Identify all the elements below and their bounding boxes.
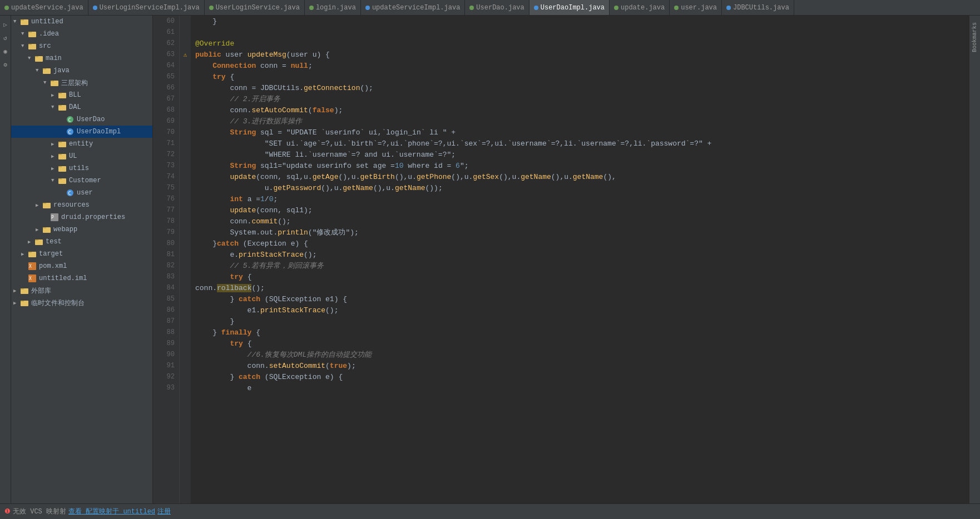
- line-number-75: 75: [153, 182, 179, 193]
- sidebar-icon-1[interactable]: ▷: [1, 20, 10, 29]
- tab-user-java[interactable]: user.java: [670, 0, 722, 16]
- line-number-63: 63: [153, 49, 179, 60]
- sidebar-icon-4[interactable]: ⚙: [1, 60, 10, 69]
- tree-arrow: ▼: [51, 178, 58, 183]
- tree-item-外部库[interactable]: ▶外部库: [11, 285, 152, 297]
- register-text[interactable]: 注册: [157, 507, 171, 516]
- tree-item-BLL[interactable]: ▶BLL: [11, 89, 152, 101]
- code-lines: }@Overridepublic user updeteMsg(user u) …: [191, 16, 969, 503]
- code-text: try {: [195, 273, 251, 281]
- line-number-65: 65: [153, 71, 179, 82]
- tab-update-java[interactable]: update.java: [610, 0, 670, 16]
- function-call: getConnection: [304, 84, 360, 92]
- tab-login-java[interactable]: login.java: [305, 0, 361, 16]
- tab-UserLoginServiceImpl-java[interactable]: UserLoginServiceImpl.java: [88, 0, 205, 16]
- function-call: getAge: [313, 173, 339, 181]
- tree-item-UL[interactable]: ▶UL: [11, 150, 152, 162]
- tree-item-pom.xml[interactable]: Xpom.xml: [11, 260, 152, 272]
- code-row-87: }: [191, 316, 969, 327]
- keyword: int: [230, 195, 242, 203]
- line-number-60: 60: [153, 16, 179, 27]
- tree-item-三层架构[interactable]: ▼三层架构: [11, 77, 152, 89]
- tree-item-UserDao[interactable]: CUserDao: [11, 113, 152, 126]
- line-number-77: 77: [153, 204, 179, 216]
- gutter-row-70: [180, 127, 191, 138]
- tree-item-src[interactable]: ▼src: [11, 40, 152, 52]
- code-text: u.getPassword(),u.getName(),u.getName())…: [195, 184, 443, 192]
- tree-label: webapp: [53, 226, 77, 233]
- code-row-76: int a =1/0;: [191, 193, 969, 204]
- tree-label: utils: [69, 164, 89, 172]
- tree-label: UL: [69, 152, 77, 160]
- warning-icon: ⚠: [184, 51, 187, 58]
- tab-label: UserDaoImpl.java: [541, 4, 605, 12]
- tab-UserLoginService-java[interactable]: UserLoginService.java: [205, 0, 305, 16]
- tree-item-main[interactable]: ▼main: [11, 52, 152, 64]
- tree-item-test[interactable]: ▶test: [11, 236, 152, 248]
- tab-label: UserLoginService.java: [216, 4, 300, 12]
- notification-link[interactable]: 查看 配置映射于 untitled: [68, 507, 155, 516]
- tree-item-resources[interactable]: ▶resources: [11, 199, 152, 211]
- tree-icon-xml: X: [28, 262, 37, 271]
- svg-rect-35: [43, 227, 46, 228]
- code-text: try {: [195, 340, 251, 348]
- function-call: getName: [343, 184, 373, 192]
- tab-updateServiceImpl-java[interactable]: updateServiceImpl.java: [361, 0, 465, 16]
- tree-item-utils[interactable]: ▶utils: [11, 162, 152, 174]
- number: 10: [395, 162, 404, 170]
- code-row-71: "SET ui.`age`=?,ui.`birth`=?,ui.`phone`=…: [191, 138, 969, 149]
- tab-UserDao-java[interactable]: UserDao.java: [465, 0, 529, 16]
- tree-label: resources: [53, 201, 90, 209]
- line-number-88: 88: [153, 327, 179, 338]
- tree-arrow: ▶: [51, 141, 58, 147]
- tree-icon-folder: [42, 225, 51, 234]
- tree-item-target[interactable]: ▶target: [11, 248, 152, 260]
- tree-item-untitled[interactable]: ▼untitled: [11, 16, 152, 28]
- tree-item-untitled.iml[interactable]: Xuntitled.iml: [11, 272, 152, 285]
- tab-label: UserDao.java: [476, 4, 524, 12]
- tree-label: target: [39, 250, 63, 258]
- tree-item-Customer[interactable]: ▼Customer: [11, 174, 152, 187]
- tree-arrow: ▶: [36, 227, 42, 233]
- gutter-row-71: [180, 138, 191, 149]
- svg-rect-39: [28, 252, 32, 253]
- tree-label: UserDaoImpl: [77, 128, 121, 136]
- line-number-84: 84: [153, 282, 179, 293]
- tree-item-entity[interactable]: ▶entity: [11, 138, 152, 150]
- tree-item-临时文件和控制台[interactable]: ▶临时文件和控制台: [11, 297, 152, 309]
- function-call: getName: [573, 173, 603, 181]
- tab-UserDaoImpl-java[interactable]: UserDaoImpl.java: [529, 0, 610, 16]
- code-text: try {: [195, 73, 234, 81]
- sidebar-icon-2[interactable]: ↺: [1, 33, 10, 42]
- tab-bar: updateService.javaUserLoginServiceImpl.j…: [0, 0, 980, 16]
- tab-updateService-java[interactable]: updateService.java: [0, 0, 88, 16]
- tree-item-DAL[interactable]: ▼DAL: [11, 101, 152, 113]
- line-number-85: 85: [153, 293, 179, 305]
- tree-icon-folder: [20, 17, 29, 26]
- tab-JDBCUtils-java[interactable]: JDBCUtils.java: [722, 0, 794, 16]
- tree-item-java[interactable]: ▼java: [11, 64, 152, 77]
- tree-arrow: ▶: [28, 239, 34, 245]
- tree-item-.idea[interactable]: ▼.idea: [11, 28, 152, 40]
- tree-item-UserDaoImpl[interactable]: CUserDaoImpl: [11, 126, 152, 138]
- svg-rect-9: [43, 68, 46, 69]
- line-number-81: 81: [153, 249, 179, 260]
- tree-arrow: ▶: [36, 202, 42, 208]
- line-number-64: 64: [153, 60, 179, 71]
- error-icon: ❶: [4, 507, 11, 516]
- code-row-65: try {: [191, 71, 969, 82]
- gutter-row-67: [180, 93, 191, 104]
- tree-item-user[interactable]: Cuser: [11, 187, 152, 199]
- gutter-row-91: [180, 360, 191, 371]
- code-row-62: @Override: [191, 38, 969, 49]
- tree-item-webapp[interactable]: ▶webapp: [11, 223, 152, 236]
- bottom-bar: ❶ 无效 VCS 映射射 查看 配置映射于 untitled 注册: [0, 503, 980, 519]
- sidebar-icon-3[interactable]: ◉: [1, 47, 10, 56]
- number: 6: [456, 162, 460, 170]
- code-text: conn.commit();: [195, 217, 291, 226]
- rollback-highlight: rollback: [217, 284, 251, 292]
- tree-icon-folder: [58, 164, 67, 173]
- tree-arrow: ▼: [43, 80, 50, 86]
- tree-icon-xml: X: [28, 274, 37, 283]
- tree-item-druid.properties[interactable]: Pdruid.properties: [11, 211, 152, 223]
